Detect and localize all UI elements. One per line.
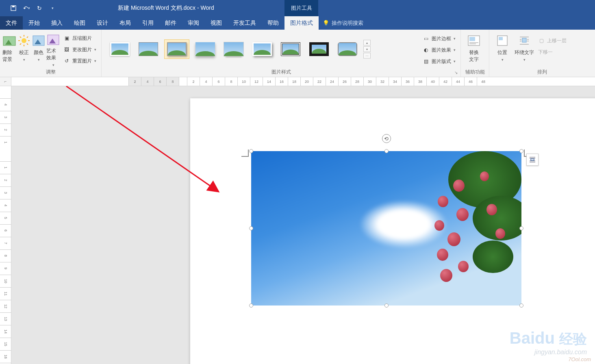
gallery-expand[interactable]: ▴▾⋯ — [363, 40, 371, 58]
picture-effects-button[interactable]: ◐图片效果▾ — [420, 45, 458, 55]
svg-line-9 — [20, 37, 21, 38]
remove-bg-icon — [2, 34, 16, 48]
vertical-ruler[interactable]: 43211234567891011121314151617181920 — [0, 86, 11, 364]
tab-draw[interactable]: 绘图 — [68, 16, 91, 30]
redo-button[interactable]: ↻ — [33, 2, 46, 14]
horizontal-ruler[interactable]: 2468246810121416182022242628303234363840… — [11, 77, 595, 86]
layout-options-button[interactable] — [526, 154, 539, 166]
compress-icon: ▣ — [63, 35, 70, 41]
tell-me-search[interactable]: 💡 操作说明搜索 — [323, 16, 363, 30]
tab-references[interactable]: 引用 — [137, 16, 159, 30]
artistic-effects-button[interactable]: 艺术效果▾ — [46, 31, 60, 67]
tab-design[interactable]: 设计 — [91, 16, 114, 30]
resize-handle[interactable] — [249, 149, 253, 153]
document-title: 新建 Microsoft Word 文档.docx - Word — [118, 4, 214, 12]
remove-background-button[interactable]: 删除背景 — [2, 31, 16, 67]
selected-picture[interactable]: ⟲ — [251, 151, 521, 306]
resize-handle[interactable] — [384, 149, 389, 153]
svg-rect-30 — [531, 159, 534, 160]
tab-insert[interactable]: 插入 — [46, 16, 68, 30]
ribbon: 删除背景 校正▾ 颜色▾ 艺术效果▾ ▣压缩图片 🖼更改图片▾ ↺重置图片▾ 调… — [0, 30, 595, 77]
svg-rect-1 — [12, 6, 15, 7]
svg-point-4 — [22, 38, 26, 43]
alt-text-icon — [467, 34, 481, 48]
resize-handle[interactable] — [519, 149, 523, 153]
quick-access-toolbar: ↶▾ ↻ ▾ — [0, 2, 59, 14]
group-label-accessibility: 辅助功能 — [461, 69, 489, 77]
svg-line-12 — [20, 43, 21, 45]
alt-text-button[interactable]: 替换 文字 — [463, 31, 484, 67]
qat-customize[interactable]: ▾ — [46, 2, 59, 14]
margin-mark — [239, 147, 249, 157]
tab-view[interactable]: 视图 — [205, 16, 228, 30]
corrections-button[interactable]: 校正▾ — [17, 31, 31, 67]
dialog-launcher-icon[interactable]: ↘ — [453, 70, 459, 76]
sun-icon — [17, 34, 31, 48]
style-item[interactable] — [306, 39, 332, 59]
svg-rect-22 — [499, 37, 503, 40]
change-picture-icon: 🖼 — [63, 46, 70, 53]
document-canvas[interactable]: ⟲ Baidu 经验 jingyan.baidu.com 7Ool.com — [11, 86, 595, 364]
tab-help[interactable]: 帮助 — [262, 16, 284, 30]
picture-styles-gallery[interactable]: ▴▾⋯ — [104, 37, 419, 61]
send-backward-button[interactable]: 下移一 — [536, 47, 569, 57]
style-item[interactable] — [193, 39, 218, 59]
svg-line-11 — [27, 37, 28, 38]
tab-file[interactable]: 文件 — [0, 16, 23, 30]
group-label-arrange: 排列 — [489, 69, 595, 77]
resize-handle[interactable] — [519, 226, 523, 230]
artistic-icon — [46, 34, 60, 46]
contextual-tab-label: 图片工具 — [284, 0, 318, 16]
reset-picture-button[interactable]: ↺重置图片▾ — [61, 56, 99, 66]
svg-rect-18 — [469, 37, 475, 41]
rotate-handle[interactable]: ⟲ — [382, 134, 391, 143]
resize-handle[interactable] — [249, 303, 253, 308]
title-bar: ↶▾ ↻ ▾ 新建 Microsoft Word 文档.docx - Word … — [0, 0, 595, 16]
change-picture-button[interactable]: 🖼更改图片▾ — [61, 44, 99, 55]
style-item[interactable] — [221, 39, 246, 59]
picture-content — [251, 151, 521, 306]
tab-layout[interactable]: 布局 — [114, 16, 137, 30]
picture-layout-button[interactable]: ▤图片版式▾ — [420, 56, 458, 67]
wrap-text-button[interactable]: 环绕文字▾ — [514, 31, 535, 67]
group-label-styles: 图片样式↘ — [102, 69, 460, 77]
svg-line-10 — [27, 43, 28, 45]
tab-mailings[interactable]: 邮件 — [159, 16, 182, 30]
tab-picture-format[interactable]: 图片格式 — [284, 16, 319, 30]
svg-rect-23 — [522, 38, 526, 42]
tab-review[interactable]: 审阅 — [182, 16, 205, 30]
wrap-icon — [517, 34, 531, 48]
style-item-selected[interactable] — [164, 39, 189, 59]
position-icon — [495, 34, 509, 48]
bring-forward-button[interactable]: ▢上移一层 — [536, 35, 569, 46]
page: ⟲ — [190, 98, 595, 364]
save-button[interactable] — [7, 2, 20, 14]
undo-button[interactable]: ↶▾ — [20, 2, 33, 14]
reset-icon: ↺ — [63, 58, 70, 64]
layout-icon: ▤ — [423, 58, 429, 65]
compress-pictures-button[interactable]: ▣压缩图片 — [61, 33, 99, 43]
tab-home[interactable]: 开始 — [23, 16, 46, 30]
ruler-row: ⌐ 24682468101214161820222426283032343638… — [0, 77, 595, 86]
style-item[interactable] — [107, 39, 132, 59]
picture-border-button[interactable]: ▭图片边框▾ — [420, 33, 458, 44]
bring-forward-icon: ▢ — [538, 37, 545, 44]
workspace: 43211234567891011121314151617181920 — [0, 86, 595, 364]
watermark: Baidu 经验 jingyan.baidu.com — [510, 329, 587, 356]
resize-handle[interactable] — [249, 226, 253, 230]
picture-color-icon — [32, 34, 46, 48]
ruler-corner[interactable]: ⌐ — [0, 77, 11, 86]
position-button[interactable]: 位置▾ — [492, 31, 513, 67]
resize-handle[interactable] — [519, 303, 523, 308]
style-item[interactable] — [278, 39, 303, 59]
style-item[interactable] — [250, 39, 275, 59]
color-button[interactable]: 颜色▾ — [32, 31, 46, 67]
group-label-adjust: 调整 — [0, 69, 101, 77]
border-icon: ▭ — [423, 35, 429, 42]
style-item[interactable] — [136, 39, 161, 59]
tab-developer[interactable]: 开发工具 — [228, 16, 262, 30]
watermark-corner: 7Ool.com — [568, 356, 591, 362]
resize-handle[interactable] — [384, 303, 389, 308]
style-item[interactable] — [335, 39, 360, 59]
effects-icon: ◐ — [423, 47, 429, 53]
